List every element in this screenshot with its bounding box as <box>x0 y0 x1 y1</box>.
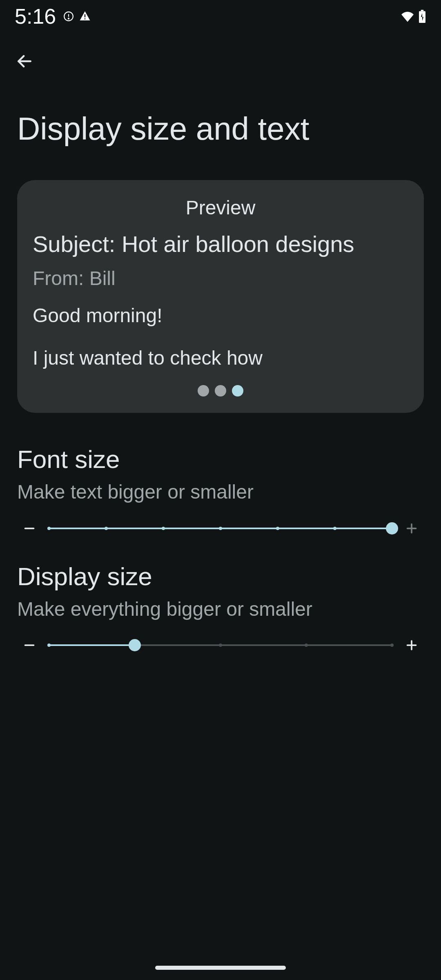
plus-icon <box>404 638 419 653</box>
minus-icon <box>22 521 37 536</box>
display-size-increase-button[interactable] <box>402 635 421 655</box>
svg-rect-3 <box>85 14 86 18</box>
svg-rect-4 <box>85 18 86 20</box>
page-title: Display size and text <box>0 90 441 172</box>
preview-body-text: I just wanted to check how <box>33 347 408 369</box>
font-size-decrease-button[interactable] <box>20 519 39 538</box>
status-right <box>400 10 426 23</box>
font-size-increase-button[interactable] <box>402 519 421 538</box>
preview-label: Preview <box>33 196 408 219</box>
plus-icon <box>404 521 419 536</box>
font-size-subtitle: Make text bigger or smaller <box>17 480 424 504</box>
gesture-handle[interactable] <box>155 966 286 970</box>
preview-card[interactable]: Preview Subject: Hot air balloon designs… <box>17 180 424 413</box>
font-size-slider[interactable] <box>49 520 392 537</box>
status-time: 5:16 <box>15 4 56 29</box>
preview-body: Good morning! I just wanted to check how <box>33 304 408 369</box>
status-bar: 5:16 <box>0 0 441 33</box>
no-data-icon <box>63 11 74 22</box>
status-icons-left <box>63 10 91 22</box>
arrow-back-icon <box>16 52 33 70</box>
battery-icon <box>418 10 426 23</box>
warning-icon <box>79 10 91 22</box>
preview-from: From: Bill <box>33 267 408 290</box>
display-size-decrease-button[interactable] <box>20 635 39 655</box>
display-size-section: Display size Make everything bigger or s… <box>0 538 441 655</box>
status-left: 5:16 <box>15 4 91 29</box>
font-size-slider-row <box>17 519 424 538</box>
navigation-bar <box>0 956 441 980</box>
font-size-title: Font size <box>17 445 424 474</box>
display-size-slider-row <box>17 635 424 655</box>
display-size-subtitle: Make everything bigger or smaller <box>17 597 424 621</box>
pager-dot-1[interactable] <box>215 385 226 396</box>
preview-greeting: Good morning! <box>33 304 408 327</box>
pager-dot-0[interactable] <box>198 385 209 396</box>
display-size-title: Display size <box>17 562 424 591</box>
minus-icon <box>22 638 37 653</box>
svg-rect-5 <box>421 10 423 11</box>
pager-dots <box>17 385 424 396</box>
pager-dot-2[interactable] <box>232 385 243 396</box>
svg-point-2 <box>68 18 69 19</box>
display-size-slider[interactable] <box>49 637 392 653</box>
back-button[interactable] <box>12 49 37 74</box>
preview-subject: Subject: Hot air balloon designs <box>33 231 408 257</box>
app-bar <box>0 33 441 90</box>
font-size-section: Font size Make text bigger or smaller <box>0 421 441 538</box>
wifi-icon <box>400 11 415 22</box>
